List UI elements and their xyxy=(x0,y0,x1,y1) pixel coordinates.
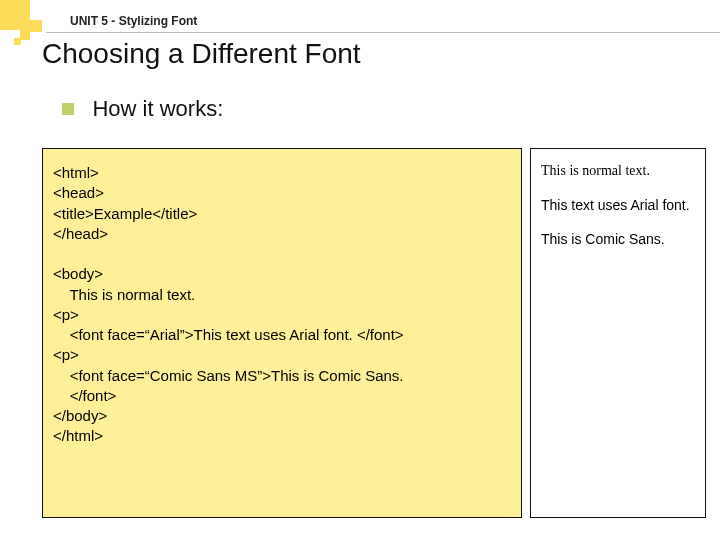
preview-output-box: This is normal text. This text uses Aria… xyxy=(530,148,706,518)
code-example-box: <html> <head> <title>Example</title> </h… xyxy=(42,148,522,518)
bullet-text: How it works: xyxy=(92,96,223,122)
code-line: <title>Example</title> xyxy=(53,204,511,224)
divider xyxy=(46,32,720,33)
preview-normal-text: This is normal text. xyxy=(541,163,695,179)
code-line: This is normal text. xyxy=(53,285,511,305)
code-blank xyxy=(53,244,511,264)
code-line: <font face=“Arial”>This text uses Arial … xyxy=(53,325,511,345)
code-line: </html> xyxy=(53,426,511,446)
code-line: </body> xyxy=(53,406,511,426)
code-line: </head> xyxy=(53,224,511,244)
code-line: <head> xyxy=(53,183,511,203)
unit-label: UNIT 5 - Stylizing Font xyxy=(70,14,197,28)
bullet-row: How it works: xyxy=(62,96,223,122)
code-line: <html> xyxy=(53,163,511,183)
code-line: <body> xyxy=(53,264,511,284)
code-line: <p> xyxy=(53,345,511,365)
preview-comic-text: This is Comic Sans. xyxy=(541,231,695,247)
slide-title: Choosing a Different Font xyxy=(42,38,361,70)
code-line: </font> xyxy=(53,386,511,406)
preview-arial-text: This text uses Arial font. xyxy=(541,197,695,213)
code-line: <font face=“Comic Sans MS”>This is Comic… xyxy=(53,366,511,386)
bullet-icon xyxy=(62,103,74,115)
code-line: <p> xyxy=(53,305,511,325)
